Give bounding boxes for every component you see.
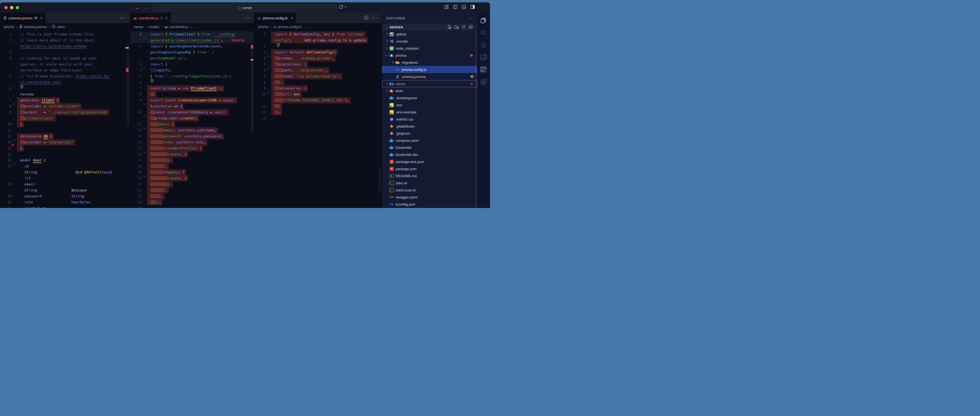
kilo-code-icon[interactable] <box>480 66 487 73</box>
tree-item-Dockerfile[interactable]: Dockerfile <box>382 144 477 151</box>
code-line[interactable]: 3 <box>0 49 130 56</box>
zoom-window-button[interactable] <box>16 6 19 9</box>
code-line[interactable]: queries, or scale easily with your <box>0 61 130 67</box>
tree-item-.gitattributes[interactable]: .gitattributes <box>382 123 477 130</box>
tree-item-.env[interactable]: .ENV.env <box>382 102 477 108</box>
code-line[interactable]: 1// This is your Prisma schema file, <box>0 31 130 37</box>
new-file-icon[interactable] <box>447 25 451 29</box>
refresh-explorer-icon[interactable] <box>462 25 466 29</box>
lightbulb-icon[interactable] <box>277 44 280 48</box>
code-line[interactable]: ()) <box>0 175 130 181</box>
code-editor[interactable]: 1import { PrismaClient } from '../config… <box>130 30 254 208</box>
code-line[interactable]: prisma.user.create({ <box>130 115 254 121</box>
code-line[interactable]: Generate <box>0 91 130 97</box>
code-line[interactable]: 13 provider = "postgresql" <box>0 139 130 145</box>
close-tab-icon[interactable]: × <box>40 16 42 20</box>
code-line[interactable]: 5} from '../config/loggerFunctions.js'; <box>130 73 254 79</box>
code-line[interactable]: 22 }, <box>130 187 254 193</box>
code-line[interactable]: 3export default defineConfig({ <box>254 49 382 56</box>
code-line[interactable]: 2 <box>254 43 382 49</box>
tree-item-prisma[interactable]: prisma <box>382 52 477 59</box>
tree-item-package.json[interactable]: ⊓package.json <box>382 165 477 172</box>
code-line[interactable]: cli/accelerate-init <box>0 79 130 85</box>
lightbulb-icon[interactable] <box>150 80 154 84</box>
code-line[interactable]: https://pris.ly/d/prisma-schema <box>0 43 130 49</box>
search-icon[interactable] <box>480 29 487 37</box>
code-line[interactable]: 12 email: userData.username, <box>130 127 254 133</box>
code-line[interactable]: 9export const createCustomerInDB = async <box>130 97 254 103</box>
tree-item-package-lock.json[interactable]: ⊓package-lock.json <box>382 158 477 165</box>
code-line[interactable]: 20 role UserRoles <box>0 199 130 205</box>
close-tab-icon[interactable]: × <box>165 16 167 20</box>
breadcrumb-item[interactable]: client <box>52 25 65 29</box>
tree-item-swagger.yaml[interactable]: YAMLswagger.yaml <box>382 194 477 201</box>
breadcrumb-item[interactable]: server <box>134 25 143 29</box>
code-line[interactable]: 12datasource db { <box>0 133 130 139</box>
toggle-secondary-sidebar-icon[interactable] <box>471 5 475 9</box>
code-line[interactable]: 19 password String <box>0 193 130 199</box>
tab-userModel.js[interactable]: JSuserModel.js1× <box>130 13 171 23</box>
editor-more-actions-icon[interactable]: ··· <box>120 16 126 21</box>
code-line[interactable]: 5// Try Prisma Accelerate: https://pris.… <box>0 73 130 79</box>
tree-item-compose.yaml[interactable]: compose.yaml <box>382 137 477 144</box>
code-line[interactable]: 11 data: { <box>130 121 254 127</box>
editor-scrollbar[interactable] <box>251 44 254 134</box>
code-line[interactable]: 7 seed: 'tsx prisma/seed.ts', <box>254 73 382 79</box>
tree-item-node_modules[interactable]: JSnode_modules <box>382 45 477 52</box>
code-line[interactable]: 14 role: userData.role, <box>130 139 254 145</box>
tree-item-.env.example[interactable]: .ENV.env.example <box>382 108 477 116</box>
code-line[interactable]: 13 password: userData.password, <box>130 133 254 139</box>
code-line[interactable]: String @id @default(uuid <box>0 169 130 175</box>
code-editor[interactable]: 1import { defineConfig, env } from "pris… <box>254 30 382 208</box>
code-line[interactable]: 17 id <box>0 163 130 169</box>
code-line[interactable]: 17 }, <box>130 157 254 163</box>
explorer-icon[interactable] <box>480 17 487 24</box>
tree-item-.gitignore[interactable]: .gitignore <box>382 130 477 137</box>
code-line[interactable]: generated/prisma/client/index.js'; Unabl… <box>130 37 254 43</box>
code-line[interactable]: 10 const createUserInDbQuery = await <box>130 109 254 115</box>
code-line[interactable]: 6 path: './migrations', <box>254 67 382 73</box>
tree-item-.dockerignore[interactable]: .dockerignore <box>382 94 477 102</box>
code-line[interactable]: 19 Company: { <box>130 169 254 175</box>
code-line[interactable]: 21 created_at <box>0 205 130 208</box>
code-line[interactable]: 4 logInfo, <box>130 67 254 73</box>
forward-button[interactable]: → <box>143 4 150 11</box>
code-line[interactable]: 11 <box>0 127 130 133</box>
code-line[interactable]: 6 <box>130 79 254 85</box>
tree-item-server[interactable]: server <box>382 80 477 87</box>
code-line[interactable]: 9 datasource: { <box>254 85 382 91</box>
tree-item-prisma.config.ts[interactable]: TSprisma.config.ts <box>382 66 477 73</box>
code-line[interactable]: 16model User { <box>0 157 130 163</box>
code-line[interactable]: 3import { <box>130 61 254 67</box>
code-line[interactable]: 2// learn more about it in the docs: <box>0 37 130 43</box>
code-line[interactable]: serverless or edge functions? <box>0 67 130 73</box>
code-line[interactable]: 5 migrations: { <box>254 61 382 67</box>
tree-item-start.sh[interactable]: >_start.sh <box>382 179 477 186</box>
code-line[interactable]: 10} <box>0 121 130 127</box>
code-line[interactable]: 15 CustomerProfile: { <box>130 145 254 151</box>
tree-item-startLocal.sh[interactable]: >_startLocal.sh <box>382 186 477 194</box>
tab-schema.prisma[interactable]: schema.prismaM× <box>0 13 46 23</box>
code-line[interactable]: 14} <box>0 145 130 151</box>
tree-item-README.md[interactable]: M↓README.md <box>382 172 477 179</box>
code-line[interactable]: 1import { defineConfig, env } from "pris… <box>254 31 382 37</box>
sidebar-scrollbar[interactable] <box>475 31 477 208</box>
editor-scrollbar[interactable] <box>379 168 382 191</box>
tree-item-schema.prisma[interactable]: schema.prismaM <box>382 73 477 80</box>
code-line[interactable]: config"; ADD prisma.config.ts & update <box>254 37 382 43</box>
collapse-folders-icon[interactable] <box>469 25 473 29</box>
tree-item-migrations[interactable]: migrations <box>382 59 477 66</box>
code-line[interactable]: 9 output = "../server/config/generated/ <box>0 109 130 115</box>
api-client-icon[interactable]: /API <box>480 54 487 61</box>
code-line[interactable]: (userData) => { <box>130 103 254 109</box>
code-line[interactable]: 15 <box>0 151 130 157</box>
code-line[interactable]: 18 email <box>0 181 130 187</box>
code-line[interactable]: posthogUserSignedUp } from './ <box>130 49 254 56</box>
lightbulb-icon[interactable] <box>20 86 24 90</box>
todo-tree-icon[interactable] <box>480 41 487 49</box>
code-line[interactable]: String @unique <box>0 187 130 193</box>
code-line[interactable]: 11 } <box>254 103 382 109</box>
code-line[interactable]: 20 create: { <box>130 175 254 181</box>
code-line[interactable]: 8 <box>130 91 254 97</box>
code-line[interactable]: 2import { posthogUserDeleteAccount, <box>130 43 254 49</box>
